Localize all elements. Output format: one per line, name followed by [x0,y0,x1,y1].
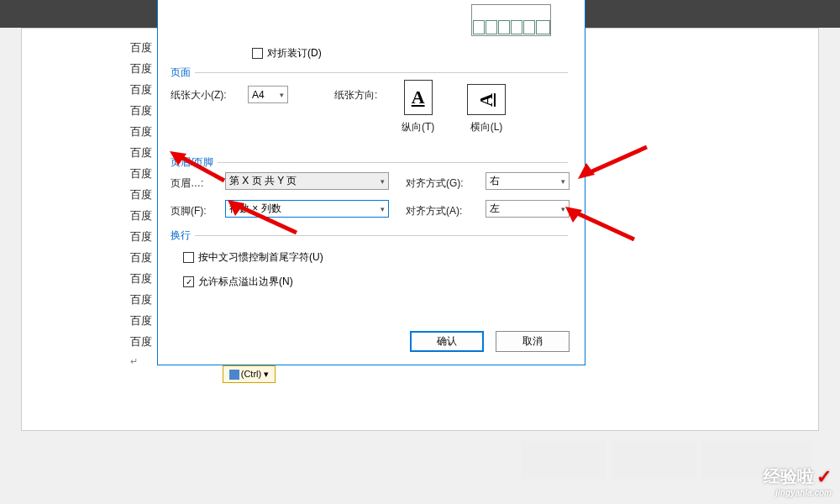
footer-align-value: 左 [490,202,500,216]
header-align-value: 右 [490,174,500,188]
fold-binding-label: 对折装订(D) [267,46,322,60]
portrait-label: 纵向(T) [402,120,434,134]
paper-size-label: 纸张大小(Z): [171,88,227,102]
chevron-down-icon: ▾ [280,91,284,99]
footer-align-label: 对齐方式(A): [406,204,462,218]
chevron-down-icon: ▾ [561,205,565,213]
chevron-down-icon: ▾ [381,205,385,213]
orient-landscape[interactable]: A 横向(L) [467,84,506,134]
ctrl-paste-button[interactable]: (Ctrl) ▾ [223,365,276,383]
divider [195,235,568,236]
paper-orient-label: 纸张方向: [334,88,377,102]
header-align-select[interactable]: 右 ▾ [486,172,570,190]
section-page-label: 页面 [171,66,191,80]
page-setup-dialog: 对折装订(D) 页面 纸张大小(Z): A4 ▾ 纸张方向: A 纵向(T) A… [157,0,585,365]
footer-select[interactable]: 行数 × 列数 ▾ [225,200,389,218]
wrap-punct-label: 允许标点溢出边界(N) [198,275,293,289]
divider [195,72,568,73]
watermark: 经验啦 ✓ jingyanla.com [764,465,832,497]
ok-button[interactable]: 确认 [410,331,484,352]
footer-align-select[interactable]: 左 ▾ [486,200,570,218]
orient-portrait[interactable]: A 纵向(T) [402,80,434,134]
paste-icon [229,370,239,380]
check-icon: ✓ [816,466,832,488]
header-select[interactable]: 第 X 页 共 Y 页 ▾ [225,172,389,190]
cancel-button[interactable]: 取消 [496,331,570,352]
header-label: 页眉…: [171,176,203,191]
header-value: 第 X 页 共 Y 页 [229,174,297,188]
section-wrap-label: 换行 [171,228,191,243]
wrap-punct-checkbox[interactable]: ✓ 允许标点溢出边界(N) [183,275,293,289]
paper-size-value: A4 [252,89,265,101]
footer-value: 行数 × 列数 [229,202,281,216]
header-align-label: 对齐方式(G): [406,176,464,191]
fold-binding-checkbox[interactable]: 对折装订(D) [252,46,322,60]
document-text-column: 百度百度百度百度百度百度百度百度百度百度百度百度百度百度百度 [130,37,152,352]
chevron-down-icon: ▾ [381,177,385,186]
footer-label: 页脚(F): [171,204,207,218]
end-symbol: ↵ [130,356,138,367]
landscape-label: 横向(L) [467,120,506,134]
checkbox-icon [252,48,263,59]
landscape-icon: A [467,84,506,115]
preview-icon [471,4,551,36]
checkbox-checked-icon: ✓ [183,276,194,287]
paper-size-select[interactable]: A4 ▾ [248,86,288,103]
checkbox-icon [183,252,194,263]
divider [218,162,568,163]
section-header-footer-label: 页眉/页脚 [171,155,213,170]
wrap-cjk-label: 按中文习惯控制首尾字符(U) [198,250,323,265]
wrap-cjk-checkbox[interactable]: 按中文习惯控制首尾字符(U) [183,250,323,265]
chevron-down-icon: ▾ [561,177,565,186]
portrait-icon: A [404,80,433,115]
